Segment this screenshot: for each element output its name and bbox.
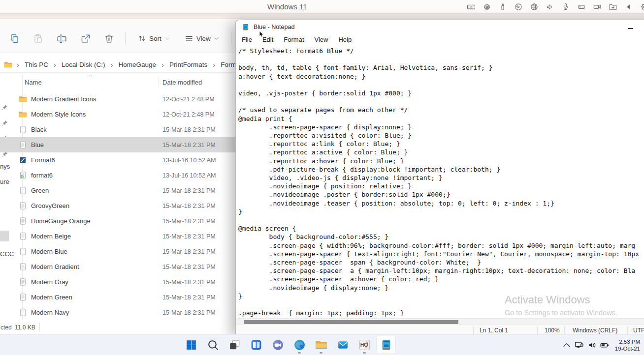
file-row[interactable]: Black 15-Mar-18 2:31 PM (0, 122, 242, 137)
taskbar-search[interactable] (203, 336, 223, 354)
file-row[interactable]: Modern Blue 15-Mar-18 2:31 PM (0, 244, 242, 259)
file-row[interactable]: Modern Style Icons 12-Oct-21 2:48 PM (0, 107, 242, 122)
shared-folder-icon[interactable] (609, 2, 617, 11)
back-icon[interactable] (624, 2, 633, 11)
file-date-modified: 15-Mar-18 2:31 PM (162, 233, 216, 240)
file-name: Modern Gray (31, 278, 68, 286)
usb-drive-icon[interactable] (498, 2, 507, 11)
processor-icon[interactable] (483, 2, 491, 11)
status-divider (39, 323, 40, 331)
encoding: UTF-8 (633, 327, 644, 334)
breadcrumb-item[interactable]: Local Disk (C:) (61, 60, 106, 69)
file-row[interactable]: Format6 13-Jul-16 10:52 AM (0, 152, 242, 168)
file-row[interactable]: Modern Gradient Icons 12-Oct-21 2:48 PM (0, 91, 242, 107)
file-date-modified: 15-Mar-18 2:31 PM (162, 142, 216, 148)
breadcrumb-item[interactable]: HomeGauge (118, 60, 158, 69)
file-name: Modern Green (31, 294, 72, 301)
line-ending: Windows (CRLF) (573, 327, 617, 334)
file-date-modified: 15-Mar-18 2:31 PM (162, 309, 216, 316)
taskbar-homegauge[interactable] (354, 336, 374, 354)
vm-window-title: Windows 11 (267, 2, 307, 11)
file-date-modified: 15-Mar-18 2:31 PM (162, 279, 216, 286)
file-row[interactable]: Modern Green 15-Mar-18 2:31 PM (0, 290, 242, 305)
taskbar-chat[interactable] (268, 336, 288, 354)
settings-icon[interactable] (640, 2, 644, 11)
column-header-name[interactable]: Name (25, 79, 42, 86)
file-type-icon (19, 171, 27, 179)
minimize-button[interactable] (623, 24, 638, 33)
selection-size: 11.0 KB (15, 324, 35, 331)
file-row[interactable]: Modern Gradient 15-Mar-18 2:31 PM (0, 259, 242, 274)
file-type-icon (19, 247, 27, 256)
network-display-icon[interactable] (574, 340, 584, 350)
hidden-icons-chevron[interactable] (562, 340, 572, 350)
microphone-icon[interactable] (561, 2, 570, 11)
menu-format[interactable]: Format (282, 35, 305, 44)
explorer-command-bar: Sort View (0, 19, 242, 53)
keyboard-icon[interactable] (467, 2, 476, 11)
taskbar-start[interactable] (181, 336, 201, 354)
file-row[interactable]: HomeGauge Orange 15-Mar-18 2:31 PM (0, 213, 242, 229)
view-button[interactable]: View (182, 32, 222, 45)
file-date-modified: 12-Oct-21 2:48 PM (162, 111, 215, 118)
taskbar-edge[interactable] (290, 336, 309, 354)
edge-icon (293, 339, 306, 351)
mouse-cursor (258, 30, 265, 39)
notepad-titlebar[interactable]: Blue - Notepad (236, 20, 644, 34)
task-view-icon (228, 339, 241, 351)
file-row[interactable]: Modern Navy 15-Mar-18 2:31 PM (0, 305, 242, 320)
menu-file[interactable]: File (240, 35, 254, 44)
column-divider (159, 77, 159, 87)
share-button[interactable] (78, 31, 93, 46)
notepad-window: Blue - Notepad FileEditFormatViewHelp /*… (235, 20, 644, 335)
file-row[interactable]: Modern Gray 15-Mar-18 2:31 PM (0, 274, 242, 290)
file-name: Modern Gradient (31, 263, 79, 270)
hard-disk-icon[interactable] (577, 2, 586, 11)
vm-icons (467, 2, 644, 11)
copy-button[interactable] (7, 31, 22, 46)
horizontal-scrollbar[interactable] (236, 318, 644, 325)
vm-window-titlebar: Windows 11 (0, 0, 644, 14)
network-icon[interactable] (530, 2, 539, 11)
file-row[interactable]: format6 13-Jul-16 10:52 AM (0, 168, 242, 183)
file-row[interactable]: GroovyGreen 15-Mar-18 2:31 PM (0, 198, 242, 213)
volume-icon[interactable] (587, 340, 597, 350)
webcam-icon[interactable] (593, 2, 602, 11)
scrollbar-thumb[interactable] (244, 320, 458, 324)
toolbar-divider (231, 32, 231, 45)
chevron-down-icon (214, 36, 219, 41)
breadcrumb-item[interactable]: This PC (24, 60, 49, 69)
file-explorer-icon (315, 339, 327, 351)
file-row[interactable]: Blue 15-Mar-18 2:31 PM (0, 137, 242, 152)
taskbar-task-view[interactable] (225, 336, 244, 354)
breadcrumb-item[interactable]: PrintFormats (168, 60, 208, 69)
notepad-text[interactable]: /* Stylesheet: Format6 Blue */ body, th,… (236, 45, 644, 318)
optical-disc-icon[interactable] (514, 2, 523, 11)
menu-view[interactable]: View (313, 35, 330, 44)
sort-arrows-icon (137, 34, 146, 43)
file-explorer-window: Sort View ›This PC›Local Disk (C:)›HomeG… (0, 19, 242, 334)
column-header-date-modified[interactable]: Date modified (162, 79, 202, 86)
audio-icon[interactable] (546, 2, 554, 11)
paste-button[interactable] (31, 31, 45, 46)
file-row[interactable]: Modern Beige 15-Mar-18 2:31 PM (0, 229, 242, 244)
taskbar-clock[interactable]: 2:53 PM 19-Oct-21 (610, 338, 640, 352)
file-date-modified: 15-Mar-18 2:31 PM (162, 187, 216, 194)
delete-button[interactable] (101, 31, 116, 46)
file-name: Modern Beige (31, 233, 71, 240)
rename-icon (57, 33, 67, 44)
menu-help[interactable]: Help (337, 35, 353, 44)
taskbar-notepad[interactable] (376, 336, 396, 354)
selection-status-fragment: cted (0, 324, 12, 331)
file-date-modified: 13-Jul-16 10:52 AM (162, 157, 216, 164)
sort-button[interactable]: Sort (134, 32, 173, 45)
file-row[interactable]: Green 15-Mar-18 2:31 PM (0, 183, 242, 198)
taskbar-widgets[interactable] (246, 336, 266, 354)
file-type-icon (19, 263, 27, 271)
rename-button[interactable] (54, 31, 69, 46)
file-name: Format6 (31, 156, 55, 164)
battery-icon[interactable] (600, 340, 610, 350)
taskbar-file-explorer[interactable] (311, 336, 331, 354)
zoom-level: 100% (545, 327, 560, 334)
taskbar-mail[interactable] (333, 336, 353, 354)
